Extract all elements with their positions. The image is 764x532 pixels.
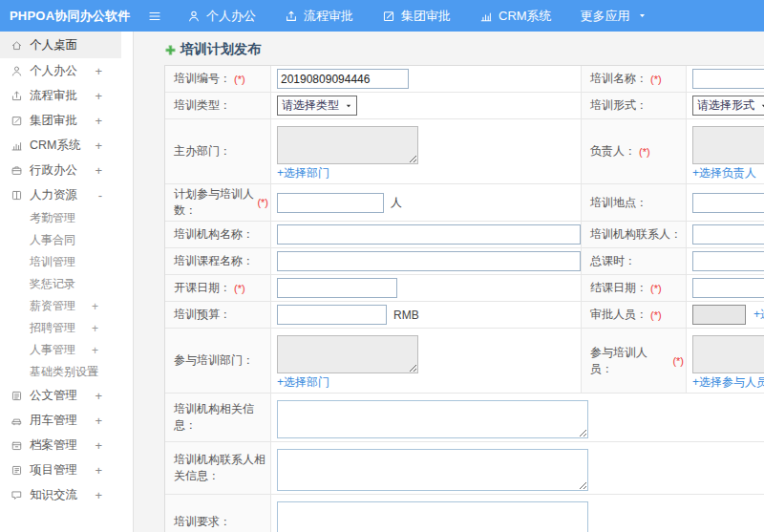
training-org-name-input[interactable] [277,224,581,245]
expand-icon[interactable]: + [95,414,102,428]
sidebar-item-project-mgmt[interactable]: 项目管理+ [0,458,133,482]
sidebar-item-process-approval[interactable]: 流程审批+ [0,83,133,108]
sidebar-item-vehicle-mgmt-label: 用车管理 [30,413,77,429]
sidebar-item-crm-system[interactable]: CRM系统+ [0,133,133,158]
nav-group-approval-label: 集团审批 [401,8,451,25]
book-icon [11,189,23,202]
form-row: 培训机构相关信息： [165,394,764,442]
sidebar-subitem-attendance-mgmt[interactable]: 考勤管理 [0,207,133,229]
sidebar-subitem-basic-category-settings-label: 基础类别设置 [30,364,98,380]
expand-icon[interactable]: + [95,89,102,103]
form-row: 培训课程名称：总课时： [165,248,764,275]
nav-more-apps[interactable]: 更多应用 [581,8,647,25]
training-location-field-cell [687,184,764,221]
sidebar-item-human-resources-label: 人力资源 [30,187,77,203]
sidebar-item-archive-mgmt-label: 档案管理 [30,437,77,454]
required-marker: (*) [650,74,662,85]
expand-icon[interactable]: + [95,488,102,502]
sidebar-subitem-personnel-mgmt[interactable]: 人事管理+ [0,339,133,361]
end-date-field-cell [687,275,764,301]
training-type-field-cell: 请选择类型 [271,93,582,118]
nav-personal-office-label: 个人办公 [206,8,256,25]
sidebar-subitem-recruit-mgmt[interactable]: 招聘管理+ [0,317,133,339]
collapse-icon[interactable]: - [98,188,102,202]
hamburger-menu-icon[interactable] [147,9,162,24]
org-related-info-textarea[interactable] [277,400,588,438]
sidebar-subitem-basic-category-settings[interactable]: 基础类别设置+ [0,361,133,383]
training-org-name-field-cell [271,222,582,247]
required-marker: (*) [650,309,662,321]
approver-input-picker-link[interactable]: +选择审批人 [753,307,764,323]
expand-icon[interactable]: + [95,64,102,78]
sidebar-item-vehicle-mgmt[interactable]: 用车管理+ [0,408,133,433]
sidebar-item-personal-office[interactable]: 个人办公+ [0,58,133,83]
planned-participants-input[interactable] [277,193,384,213]
user-icon [187,10,201,23]
org-contact-related-info-label-text: 培训机构联系人相关信息： [174,452,268,484]
sidebar-subitem-salary-mgmt[interactable]: 薪资管理+ [0,295,133,317]
page-title: 培训计划发布 [180,41,261,58]
host-department-textarea[interactable] [277,126,418,164]
training-budget-input[interactable] [277,305,387,325]
host-department-label: 主办部门： [165,119,271,183]
training-location-input[interactable] [692,193,764,213]
training-number-input[interactable] [277,69,409,89]
training-course-name-input[interactable] [277,251,581,271]
training-type-select[interactable]: 请选择类型 [277,96,357,116]
expand-icon[interactable]: + [95,138,102,153]
nav-group-approval[interactable]: 集团审批 [382,8,451,25]
chart-icon [479,10,493,23]
leader-textarea[interactable] [692,126,764,164]
sidebar-subitem-hr-contract[interactable]: 人事合同 [0,229,133,251]
expand-icon[interactable]: + [95,438,102,453]
unit-label: 人 [391,195,402,211]
nav-personal-office[interactable]: 个人办公 [187,8,256,25]
sidebar-item-admin-office[interactable]: 行政办公+ [0,158,133,182]
sidebar-item-crm-system-label: CRM系统 [30,138,80,154]
end-date-input[interactable] [692,278,764,298]
expand-icon[interactable]: + [92,344,98,357]
training-requirements-field-cell [271,495,764,532]
sidebar-subitem-training-mgmt[interactable]: 培训管理 [0,251,133,273]
page-title-row: 培训计划发布 [164,39,764,60]
training-budget-label: 培训预算： [165,302,271,328]
participating-staff-textarea-picker-link[interactable]: +选择参与人员 [692,375,764,390]
expand-icon[interactable]: + [92,366,98,379]
participating-staff-textarea[interactable] [692,335,764,373]
nav-process-approval[interactable]: 流程审批 [285,8,353,25]
start-date-input[interactable] [277,278,397,298]
host-department-textarea-picker-link[interactable]: +选择部门 [277,166,329,181]
participating-department-textarea-picker-link[interactable]: +选择部门 [277,375,329,390]
expand-icon[interactable]: + [92,322,98,335]
expand-icon[interactable]: + [95,163,102,178]
total-class-hours-input[interactable] [692,251,764,271]
sidebar-item-human-resources[interactable]: 人力资源- [0,182,133,207]
approver-input[interactable] [692,305,746,325]
expand-icon[interactable]: + [92,300,98,313]
expand-icon[interactable]: + [95,389,102,403]
training-type-label-text: 培训类型： [174,97,231,114]
upload-icon [285,10,298,23]
sidebar-item-group-approval[interactable]: 集团审批+ [0,108,133,133]
sidebar-item-personal-desktop[interactable]: 个人桌面 [0,32,121,58]
participating-department-textarea[interactable] [277,335,418,373]
training-requirements-textarea[interactable] [277,501,588,532]
training-name-input[interactable] [692,69,764,89]
expand-icon[interactable]: + [95,463,102,478]
training-requirements-label: 培训要求： [165,495,271,532]
sidebar-item-knowledge-exchange[interactable]: 知识交流+ [0,482,133,507]
chart-icon [11,139,23,152]
leader-label: 负责人：(*) [582,119,687,183]
leader-textarea-picker-link[interactable]: +选择负责人 [692,166,756,181]
sidebar-item-document-mgmt[interactable]: 公文管理+ [0,383,133,408]
expand-icon[interactable]: + [95,114,102,128]
planned-participants-label: 计划参与培训人数：(*) [165,184,271,221]
nav-crm-system[interactable]: CRM系统 [479,8,552,25]
training-type-select-value: 请选择类型 [282,97,339,114]
sidebar-item-archive-mgmt[interactable]: 档案管理+ [0,433,133,458]
training-form-select[interactable]: 请选择形式 [692,96,764,116]
org-contact-related-info-textarea[interactable] [277,449,588,491]
sidebar-subitem-reward-punish-record[interactable]: 奖惩记录 [0,273,133,295]
training-org-contact-input[interactable] [692,224,764,245]
caret-down-icon [760,102,764,110]
